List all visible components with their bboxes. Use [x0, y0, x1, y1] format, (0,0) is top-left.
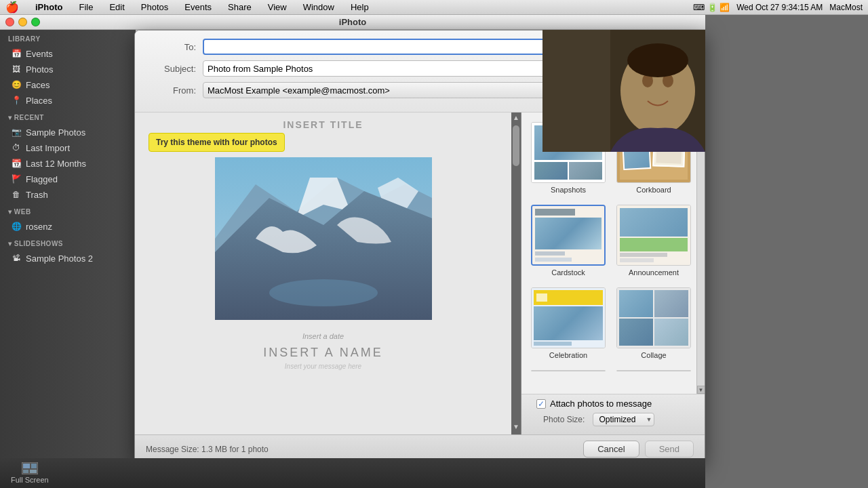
theme-celebration-thumbnail [531, 287, 606, 348]
attach-row: ✓ Attach photos to message [530, 399, 696, 409]
theme-cardstock-label: Cardstock [551, 268, 585, 277]
sidebar-item-sample-photos[interactable]: 📷 Sample Photos [3, 125, 133, 140]
theme-cardstock[interactable]: Cardstock [528, 202, 608, 279]
dialog-footer: ✓ Attach photos to message Photo Size: O… [521, 394, 705, 434]
svg-rect-16 [30, 470, 37, 473]
name-placeholder: INSERT A NAME [263, 346, 382, 360]
menu-help[interactable]: Help [348, 2, 372, 12]
svg-rect-15 [23, 470, 28, 473]
sidebar-item-label: Trash [26, 190, 48, 200]
menu-events[interactable]: Events [182, 2, 214, 12]
message-size-text: Message Size: 1.3 MB for 1 photo [146, 445, 269, 454]
menu-iphoto[interactable]: iPhoto [33, 2, 65, 12]
theme-extra-2[interactable] [614, 367, 694, 374]
sidebar-item-label: Photos [26, 64, 53, 75]
minimize-button[interactable] [18, 18, 27, 26]
sidebar-item-label: rosenz [26, 222, 52, 232]
svg-rect-14 [31, 464, 37, 468]
sidebar-item-events[interactable]: 📅 Events [3, 46, 133, 61]
sidebar-item-label: Flagged [26, 174, 58, 184]
theme-collage[interactable]: Collage [614, 285, 694, 362]
sidebar-item-last-import[interactable]: ⏱ Last Import [3, 140, 133, 155]
svg-rect-13 [23, 464, 30, 468]
photo-size-row: Photo Size: Optimized Small Medium Actua… [530, 413, 696, 426]
sidebar-item-last-12-months[interactable]: 📆 Last 12 Months [3, 156, 133, 171]
sidebar-item-faces[interactable]: 😊 Faces [3, 77, 133, 92]
photo-size-select[interactable]: Optimized Small Medium Actual Size [593, 413, 654, 426]
taskbar: Full Screen [0, 458, 705, 488]
menu-view[interactable]: View [265, 2, 290, 12]
menu-edit[interactable]: Edit [106, 2, 127, 12]
menu-photos[interactable]: Photos [138, 2, 171, 12]
mountain-photo-image [215, 157, 432, 320]
sidebar-item-rosenz[interactable]: 🌐 rosenz [3, 219, 133, 234]
sidebar-item-flagged[interactable]: 🚩 Flagged [3, 171, 133, 186]
sidebar: LIBRARY 📅 Events 🖼 Photos 😊 Faces 📍 Plac… [0, 30, 136, 488]
theme-collage-thumbnail [616, 287, 691, 348]
svg-point-5 [269, 279, 378, 306]
sidebar-item-label: Places [26, 96, 52, 106]
menubar: 🍎 iPhoto File Edit Photos Events Share V… [0, 0, 868, 15]
sidebar-item-places[interactable]: 📍 Places [3, 93, 133, 108]
fullscreen-button[interactable]: Full Screen [11, 462, 49, 484]
photos-icon: 🖼 [11, 64, 22, 75]
subject-label: Subject: [149, 64, 196, 74]
theme-announcement-thumbnail [616, 205, 691, 266]
app-window: iPhoto LIBRARY 📅 Events 🖼 Photos 😊 Faces… [0, 15, 705, 488]
cancel-button[interactable]: Cancel [583, 441, 639, 458]
sidebar-item-label: Events [26, 49, 53, 59]
compose-scrollbar[interactable]: ▲ ▼ [511, 113, 521, 434]
slideshow-icon: 📽 [11, 253, 22, 264]
attach-checkbox[interactable]: ✓ [536, 399, 546, 409]
scroll-up-icon[interactable]: ▲ [511, 113, 521, 123]
theme-scroll-down-icon[interactable]: ▼ [697, 386, 705, 394]
from-label: From: [149, 85, 196, 96]
theme-extra-1[interactable] [528, 367, 608, 374]
theme-scroll-area: Snapshots [521, 113, 696, 394]
theme-extra-1-thumbnail [531, 370, 606, 371]
last-import-icon: ⏱ [11, 142, 22, 153]
events-icon: 📅 [11, 48, 22, 59]
send-button[interactable]: Send [645, 441, 694, 458]
theme-snapshots-label: Snapshots [551, 186, 586, 194]
webcam-face-image [542, 30, 705, 152]
sidebar-item-sample-photos-2[interactable]: 📽 Sample Photos 2 [3, 251, 133, 266]
theme-celebration[interactable]: Celebration [528, 285, 608, 362]
menu-file[interactable]: File [76, 2, 96, 12]
webcam-preview [542, 30, 705, 152]
theme-panel: Snapshots [521, 113, 705, 434]
template-title: INSERT TITLE [283, 119, 363, 130]
theme-panel-scrollbar[interactable]: ▲ ▼ [696, 113, 705, 394]
trash-icon: 🗑 [11, 189, 22, 200]
apple-menu[interactable]: 🍎 [5, 1, 19, 14]
sidebar-item-label: Sample Photos 2 [26, 253, 93, 264]
flagged-icon: 🚩 [11, 174, 22, 184]
photo-size-label: Photo Size: [543, 415, 585, 424]
close-button[interactable] [5, 18, 14, 26]
menu-share[interactable]: Share [225, 2, 254, 12]
photo-size-wrapper: Optimized Small Medium Actual Size ▼ [593, 413, 654, 426]
maximize-button[interactable] [31, 18, 40, 26]
message-placeholder: Insert your message here [285, 363, 361, 370]
theme-scroll-track [697, 121, 705, 386]
sidebar-item-photos[interactable]: 🖼 Photos [3, 62, 133, 77]
menu-window[interactable]: Window [300, 2, 337, 12]
theme-corkboard-label: Corkboard [636, 186, 671, 194]
scroll-thumb[interactable] [513, 125, 519, 166]
sidebar-item-label: Sample Photos [26, 127, 85, 138]
theme-grid: Snapshots [528, 119, 690, 374]
slideshows-section-label: ▾ SLIDESHOWS [0, 235, 136, 250]
sidebar-item-label: Faces [26, 80, 50, 90]
scroll-down-icon[interactable]: ▼ [511, 422, 521, 432]
sidebar-item-label: Last Import [26, 143, 70, 153]
svg-point-10 [627, 43, 688, 77]
sidebar-item-label: Last 12 Months [26, 159, 86, 169]
sidebar-item-trash[interactable]: 🗑 Trash [3, 187, 133, 202]
theme-announcement-label: Announcement [629, 268, 679, 277]
theme-announcement[interactable]: Announcement [614, 202, 694, 279]
to-label: To: [149, 42, 196, 52]
places-icon: 📍 [11, 95, 22, 106]
theme-celebration-label: Celebration [549, 351, 587, 359]
menubar-datetime: Wed Oct 27 9:34:15 AM [736, 3, 823, 12]
sample-photos-icon: 📷 [11, 127, 22, 138]
